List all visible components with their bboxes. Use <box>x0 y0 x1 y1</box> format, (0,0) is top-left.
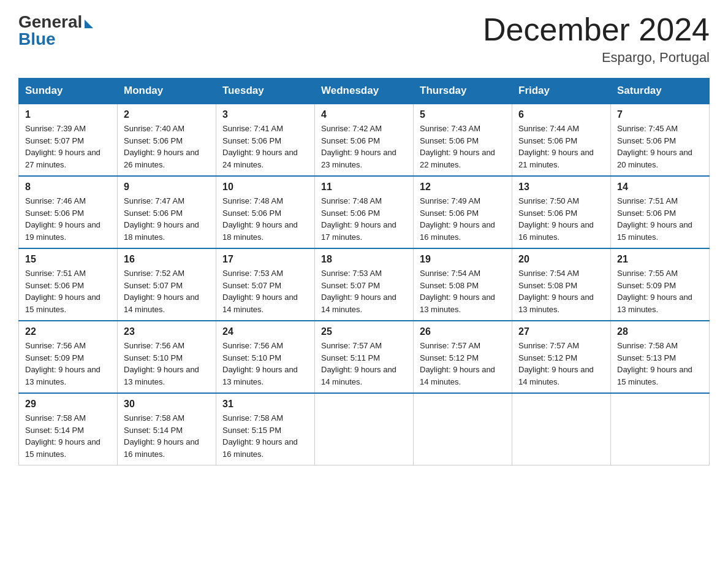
calendar-day-cell: 10 Sunrise: 7:48 AM Sunset: 5:06 PM Dayl… <box>216 176 315 248</box>
day-header-thursday: Thursday <box>414 79 512 104</box>
day-number: 12 <box>420 182 506 193</box>
calendar-week-row: 29 Sunrise: 7:58 AM Sunset: 5:14 PM Dayl… <box>19 393 710 465</box>
day-number: 24 <box>222 326 308 337</box>
day-info: Sunrise: 7:49 AM Sunset: 5:06 PM Dayligh… <box>420 195 506 243</box>
day-number: 3 <box>222 109 308 120</box>
calendar-day-cell: 24 Sunrise: 7:56 AM Sunset: 5:10 PM Dayl… <box>216 321 315 393</box>
calendar-day-cell: 21 Sunrise: 7:55 AM Sunset: 5:09 PM Dayl… <box>611 248 710 321</box>
calendar-day-cell: 26 Sunrise: 7:57 AM Sunset: 5:12 PM Dayl… <box>414 321 512 393</box>
day-number: 9 <box>124 182 210 193</box>
day-number: 29 <box>25 399 111 410</box>
calendar-day-cell: 7 Sunrise: 7:45 AM Sunset: 5:06 PM Dayli… <box>611 104 710 176</box>
day-number: 15 <box>25 254 111 265</box>
calendar-week-row: 8 Sunrise: 7:46 AM Sunset: 5:06 PM Dayli… <box>19 176 710 248</box>
calendar-day-cell: 1 Sunrise: 7:39 AM Sunset: 5:07 PM Dayli… <box>19 104 118 176</box>
day-info: Sunrise: 7:55 AM Sunset: 5:09 PM Dayligh… <box>617 267 703 315</box>
day-number: 30 <box>124 399 210 410</box>
day-info: Sunrise: 7:45 AM Sunset: 5:06 PM Dayligh… <box>617 123 703 170</box>
calendar-day-cell: 30 Sunrise: 7:58 AM Sunset: 5:14 PM Dayl… <box>118 393 216 465</box>
day-number: 1 <box>25 109 111 120</box>
calendar-day-cell: 19 Sunrise: 7:54 AM Sunset: 5:08 PM Dayl… <box>414 248 512 321</box>
calendar-day-cell: 8 Sunrise: 7:46 AM Sunset: 5:06 PM Dayli… <box>19 176 118 248</box>
day-info: Sunrise: 7:39 AM Sunset: 5:07 PM Dayligh… <box>25 123 111 170</box>
calendar-day-cell: 22 Sunrise: 7:56 AM Sunset: 5:09 PM Dayl… <box>19 321 118 393</box>
calendar-day-cell: 12 Sunrise: 7:49 AM Sunset: 5:06 PM Dayl… <box>414 176 512 248</box>
days-of-week-row: SundayMondayTuesdayWednesdayThursdayFrid… <box>19 79 710 104</box>
calendar-day-cell: 31 Sunrise: 7:58 AM Sunset: 5:15 PM Dayl… <box>216 393 315 465</box>
day-number: 25 <box>321 326 407 337</box>
location-text: Espargo, Portugal <box>483 50 710 66</box>
calendar-day-cell: 29 Sunrise: 7:58 AM Sunset: 5:14 PM Dayl… <box>19 393 118 465</box>
calendar-day-cell: 16 Sunrise: 7:52 AM Sunset: 5:07 PM Dayl… <box>118 248 216 321</box>
day-info: Sunrise: 7:56 AM Sunset: 5:09 PM Dayligh… <box>25 340 111 388</box>
calendar-day-cell: 13 Sunrise: 7:50 AM Sunset: 5:06 PM Dayl… <box>512 176 611 248</box>
calendar-day-cell: 6 Sunrise: 7:44 AM Sunset: 5:06 PM Dayli… <box>512 104 611 176</box>
day-number: 20 <box>518 254 604 265</box>
month-year-title: December 2024 <box>483 12 710 47</box>
calendar-day-cell: 9 Sunrise: 7:47 AM Sunset: 5:06 PM Dayli… <box>118 176 216 248</box>
day-number: 7 <box>617 109 703 120</box>
calendar-week-row: 1 Sunrise: 7:39 AM Sunset: 5:07 PM Dayli… <box>19 104 710 176</box>
day-number: 31 <box>222 399 308 410</box>
day-number: 23 <box>124 326 210 337</box>
calendar-day-cell <box>414 393 512 465</box>
day-number: 27 <box>518 326 604 337</box>
day-info: Sunrise: 7:58 AM Sunset: 5:14 PM Dayligh… <box>124 412 210 460</box>
calendar-table: SundayMondayTuesdayWednesdayThursdayFrid… <box>18 78 710 465</box>
day-info: Sunrise: 7:54 AM Sunset: 5:08 PM Dayligh… <box>518 267 604 315</box>
day-info: Sunrise: 7:56 AM Sunset: 5:10 PM Dayligh… <box>222 340 308 388</box>
day-header-sunday: Sunday <box>19 79 118 104</box>
title-block: December 2024 Espargo, Portugal <box>483 12 710 66</box>
day-info: Sunrise: 7:57 AM Sunset: 5:12 PM Dayligh… <box>420 340 506 388</box>
logo-blue-text: Blue <box>18 29 56 49</box>
calendar-week-row: 15 Sunrise: 7:51 AM Sunset: 5:06 PM Dayl… <box>19 248 710 321</box>
calendar-day-cell <box>611 393 710 465</box>
logo: General Blue <box>18 12 93 49</box>
calendar-day-cell: 2 Sunrise: 7:40 AM Sunset: 5:06 PM Dayli… <box>118 104 216 176</box>
calendar-day-cell: 14 Sunrise: 7:51 AM Sunset: 5:06 PM Dayl… <box>611 176 710 248</box>
calendar-day-cell <box>315 393 414 465</box>
day-number: 18 <box>321 254 407 265</box>
day-info: Sunrise: 7:48 AM Sunset: 5:06 PM Dayligh… <box>321 195 407 243</box>
day-info: Sunrise: 7:51 AM Sunset: 5:06 PM Dayligh… <box>25 267 111 315</box>
day-info: Sunrise: 7:50 AM Sunset: 5:06 PM Dayligh… <box>518 195 604 243</box>
calendar-day-cell: 23 Sunrise: 7:56 AM Sunset: 5:10 PM Dayl… <box>118 321 216 393</box>
calendar-day-cell <box>512 393 611 465</box>
day-info: Sunrise: 7:58 AM Sunset: 5:15 PM Dayligh… <box>222 412 308 460</box>
day-info: Sunrise: 7:57 AM Sunset: 5:12 PM Dayligh… <box>518 340 604 388</box>
day-number: 26 <box>420 326 506 337</box>
day-info: Sunrise: 7:56 AM Sunset: 5:10 PM Dayligh… <box>124 340 210 388</box>
day-header-friday: Friday <box>512 79 611 104</box>
day-info: Sunrise: 7:41 AM Sunset: 5:06 PM Dayligh… <box>222 123 308 170</box>
day-info: Sunrise: 7:42 AM Sunset: 5:06 PM Dayligh… <box>321 123 407 170</box>
day-number: 5 <box>420 109 506 120</box>
day-info: Sunrise: 7:43 AM Sunset: 5:06 PM Dayligh… <box>420 123 506 170</box>
day-info: Sunrise: 7:48 AM Sunset: 5:06 PM Dayligh… <box>222 195 308 243</box>
day-info: Sunrise: 7:51 AM Sunset: 5:06 PM Dayligh… <box>617 195 703 243</box>
day-number: 4 <box>321 109 407 120</box>
calendar-day-cell: 4 Sunrise: 7:42 AM Sunset: 5:06 PM Dayli… <box>315 104 414 176</box>
calendar-day-cell: 25 Sunrise: 7:57 AM Sunset: 5:11 PM Dayl… <box>315 321 414 393</box>
day-info: Sunrise: 7:57 AM Sunset: 5:11 PM Dayligh… <box>321 340 407 388</box>
calendar-day-cell: 3 Sunrise: 7:41 AM Sunset: 5:06 PM Dayli… <box>216 104 315 176</box>
calendar-day-cell: 17 Sunrise: 7:53 AM Sunset: 5:07 PM Dayl… <box>216 248 315 321</box>
day-info: Sunrise: 7:58 AM Sunset: 5:14 PM Dayligh… <box>25 412 111 460</box>
logo-arrow-icon <box>85 20 93 28</box>
day-info: Sunrise: 7:53 AM Sunset: 5:07 PM Dayligh… <box>321 267 407 315</box>
day-header-wednesday: Wednesday <box>315 79 414 104</box>
day-number: 8 <box>25 182 111 193</box>
day-header-saturday: Saturday <box>611 79 710 104</box>
day-number: 11 <box>321 182 407 193</box>
calendar-day-cell: 11 Sunrise: 7:48 AM Sunset: 5:06 PM Dayl… <box>315 176 414 248</box>
day-number: 17 <box>222 254 308 265</box>
day-info: Sunrise: 7:58 AM Sunset: 5:13 PM Dayligh… <box>617 340 703 388</box>
day-info: Sunrise: 7:40 AM Sunset: 5:06 PM Dayligh… <box>124 123 210 170</box>
day-info: Sunrise: 7:47 AM Sunset: 5:06 PM Dayligh… <box>124 195 210 243</box>
calendar-day-cell: 20 Sunrise: 7:54 AM Sunset: 5:08 PM Dayl… <box>512 248 611 321</box>
page-header: General Blue December 2024 Espargo, Port… <box>18 12 710 66</box>
calendar-week-row: 22 Sunrise: 7:56 AM Sunset: 5:09 PM Dayl… <box>19 321 710 393</box>
day-info: Sunrise: 7:54 AM Sunset: 5:08 PM Dayligh… <box>420 267 506 315</box>
day-number: 16 <box>124 254 210 265</box>
day-number: 10 <box>222 182 308 193</box>
day-number: 2 <box>124 109 210 120</box>
